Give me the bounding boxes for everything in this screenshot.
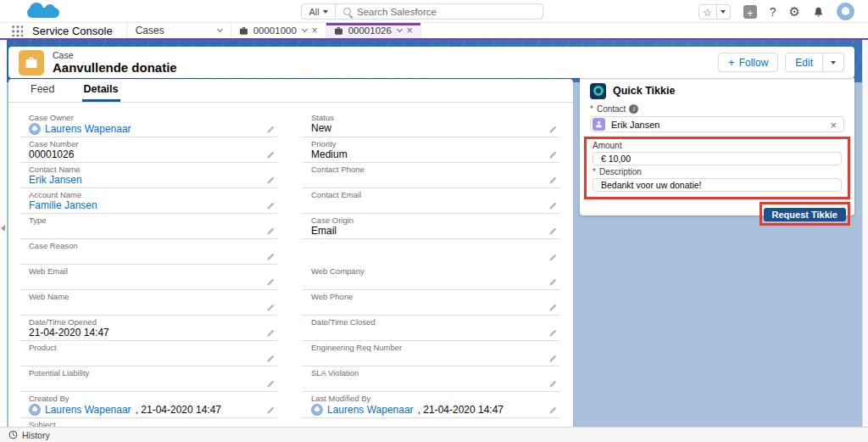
record-header-card: Case Aanvullende donatie Follow Edit bbox=[8, 47, 854, 78]
edit-pencil-icon[interactable] bbox=[266, 176, 275, 185]
tab-feed[interactable]: Feed bbox=[29, 83, 57, 102]
field-label: Last Modified By bbox=[311, 394, 542, 403]
follow-button[interactable]: Follow bbox=[718, 53, 778, 72]
field-cell: Contact Name Erik Jansen bbox=[20, 163, 277, 188]
field-value-link[interactable]: Laurens Wapenaar bbox=[327, 405, 414, 416]
field-cell: Contact Email bbox=[303, 188, 559, 214]
field-value bbox=[29, 226, 260, 237]
chevron-down-icon[interactable] bbox=[302, 26, 308, 32]
favorites-caret-button[interactable] bbox=[717, 5, 730, 19]
edit-pencil-icon[interactable] bbox=[548, 151, 557, 159]
edit-pencil-icon[interactable] bbox=[548, 227, 557, 236]
field-value bbox=[29, 251, 260, 262]
tab-label: 00001000 bbox=[253, 25, 298, 36]
field-value-link[interactable]: Laurens Wapenaar bbox=[45, 124, 131, 135]
workspace-tab-00001000[interactable]: 00001000 bbox=[231, 23, 326, 38]
edit-pencil-icon[interactable] bbox=[266, 380, 275, 389]
field-value bbox=[311, 378, 542, 389]
edit-caret-button[interactable] bbox=[823, 53, 844, 72]
field-value-suffix: , 21-04-2020 14:47 bbox=[136, 405, 221, 416]
left-collapsed-panel bbox=[0, 40, 7, 427]
edit-pencil-icon[interactable] bbox=[266, 202, 275, 210]
salesforce-logo bbox=[27, 8, 59, 18]
edit-button[interactable]: Edit bbox=[785, 53, 823, 72]
briefcase-icon bbox=[239, 26, 248, 36]
history-label: History bbox=[22, 430, 50, 440]
nav-item-cases[interactable]: Cases bbox=[126, 23, 231, 38]
edit-pencil-icon[interactable] bbox=[548, 278, 557, 287]
clock-icon bbox=[8, 430, 18, 439]
edit-pencil-icon[interactable] bbox=[548, 329, 557, 338]
field-label: Case Origin bbox=[311, 216, 542, 225]
edit-pencil-icon[interactable] bbox=[548, 380, 557, 389]
chevron-down-icon[interactable] bbox=[397, 26, 403, 32]
field-label: Case Number bbox=[29, 140, 260, 148]
quick-tikkie-panel: Quick Tikkie Contact Erik Jansen Amount … bbox=[580, 76, 854, 215]
app-launcher-icon[interactable] bbox=[11, 25, 23, 36]
edit-pencil-icon[interactable] bbox=[548, 254, 557, 262]
edit-pencil-icon[interactable] bbox=[266, 355, 275, 363]
amount-input[interactable]: € 10,00 bbox=[593, 152, 842, 165]
caret-down-icon bbox=[323, 10, 328, 14]
contact-remove-icon[interactable] bbox=[830, 117, 837, 132]
workspace-tab-00001026[interactable]: 00001026 bbox=[326, 23, 421, 38]
edit-pencil-icon[interactable] bbox=[266, 253, 275, 261]
history-utility-button[interactable]: History bbox=[8, 430, 50, 440]
edit-pencil-icon[interactable] bbox=[266, 227, 275, 236]
edit-pencil-icon[interactable] bbox=[266, 278, 275, 287]
tab-details[interactable]: Details bbox=[82, 83, 120, 102]
amount-label-text: Amount bbox=[593, 142, 621, 150]
global-add-button[interactable] bbox=[743, 5, 757, 19]
field-value: New bbox=[311, 123, 542, 134]
field-value bbox=[311, 175, 542, 186]
edit-pencil-icon[interactable] bbox=[548, 202, 557, 210]
tab-close-icon[interactable] bbox=[312, 25, 318, 36]
help-icon[interactable] bbox=[770, 4, 776, 20]
edit-pencil-icon[interactable] bbox=[548, 126, 557, 134]
setup-gear-icon[interactable] bbox=[789, 4, 800, 20]
field-label: Type bbox=[29, 216, 260, 225]
panel-expand-arrow-icon[interactable] bbox=[1, 225, 5, 232]
search-input[interactable] bbox=[357, 7, 535, 17]
edit-pencil-icon[interactable] bbox=[266, 126, 275, 134]
favorites-button[interactable] bbox=[699, 5, 717, 19]
field-cell: Type bbox=[20, 214, 277, 239]
description-input[interactable]: Bedankt voor uw donatie! bbox=[593, 178, 842, 192]
user-profile-avatar[interactable] bbox=[837, 3, 854, 20]
required-asterisk bbox=[593, 168, 596, 176]
field-label: Date/Time Closed bbox=[311, 318, 542, 327]
contact-lookup-pill[interactable]: Erik Jansen bbox=[590, 116, 844, 132]
tab-label: 00001026 bbox=[348, 25, 392, 36]
edit-pencil-icon[interactable] bbox=[548, 176, 557, 185]
field-cell: SLA Violation bbox=[303, 366, 559, 392]
tab-close-icon[interactable] bbox=[407, 25, 413, 36]
info-icon[interactable] bbox=[629, 104, 638, 114]
chevron-down-icon bbox=[217, 26, 223, 32]
field-value bbox=[311, 302, 542, 313]
field-label: Status bbox=[311, 114, 542, 122]
edit-pencil-icon[interactable] bbox=[548, 406, 557, 415]
field-value-link[interactable]: Laurens Wapenaar bbox=[45, 405, 131, 416]
field-value-text: New bbox=[311, 123, 331, 134]
field-grid: Case Owner Laurens Wapenaar Status New C… bbox=[8, 103, 573, 427]
field-value-link[interactable]: Familie Jansen bbox=[29, 200, 97, 211]
field-value-link[interactable]: Erik Jansen bbox=[29, 175, 82, 186]
edit-pencil-icon[interactable] bbox=[266, 304, 275, 312]
edit-pencil-icon[interactable] bbox=[266, 329, 275, 338]
search-scope-dropdown[interactable]: All bbox=[302, 4, 336, 19]
workspace-tabbar: Service Console Cases 00001000 00001026 bbox=[0, 23, 868, 38]
field-label: Engineering Req Number bbox=[311, 344, 542, 352]
field-cell: Case Owner Laurens Wapenaar bbox=[20, 111, 277, 137]
right-scrollbar-strip[interactable] bbox=[862, 38, 868, 427]
quick-tikkie-footer: Request Tikkie bbox=[584, 202, 850, 226]
field-cell: Web Company bbox=[303, 265, 559, 290]
request-tikkie-button[interactable]: Request Tikkie bbox=[764, 208, 846, 221]
edit-pencil-icon[interactable] bbox=[548, 304, 557, 312]
edit-pencil-icon[interactable] bbox=[266, 151, 275, 159]
notifications-bell-icon[interactable] bbox=[813, 6, 824, 18]
edit-pencil-icon[interactable] bbox=[548, 355, 557, 363]
required-asterisk bbox=[590, 105, 593, 114]
star-icon bbox=[703, 4, 712, 20]
edit-pencil-icon[interactable] bbox=[266, 406, 275, 415]
contact-label-text: Contact bbox=[597, 105, 626, 114]
